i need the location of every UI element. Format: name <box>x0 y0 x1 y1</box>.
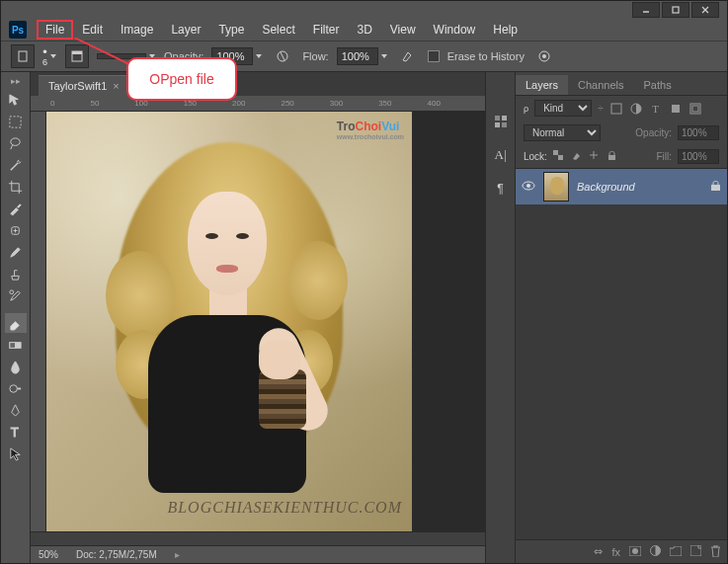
zoom-level[interactable]: 50% <box>39 549 58 560</box>
tab-paths[interactable]: Paths <box>634 75 682 95</box>
titlebar <box>1 1 727 19</box>
blur-tool[interactable] <box>5 357 27 376</box>
filter-pixel-icon[interactable] <box>609 102 623 116</box>
menu-window[interactable]: Window <box>425 20 485 40</box>
photoshop-window: Ps File Edit Image Layer Type Select Fil… <box>0 0 728 564</box>
crop-tool[interactable] <box>5 177 27 197</box>
flow-input[interactable]: 100% <box>337 47 388 65</box>
svg-rect-1 <box>673 7 679 13</box>
healing-brush-tool[interactable] <box>5 220 27 240</box>
svg-rect-27 <box>553 150 558 155</box>
filter-type-icon[interactable]: T <box>649 102 663 116</box>
paragraph-panel-icon[interactable]: ¶ <box>490 179 512 199</box>
canvas-viewport[interactable]: TroChoiVui www.trochoivui.com BLOGCHIASE… <box>46 112 485 531</box>
svg-rect-22 <box>611 104 621 114</box>
filter-smart-icon[interactable] <box>688 102 702 116</box>
group-layers-icon[interactable] <box>670 546 682 558</box>
canvas-image: TroChoiVui www.trochoivui.com BLOGCHIASE… <box>46 112 412 531</box>
link-layers-icon[interactable]: ⇔ <box>594 545 603 558</box>
svg-rect-29 <box>608 155 615 160</box>
menu-filter[interactable]: Filter <box>304 20 349 40</box>
layer-thumbnail <box>543 172 569 201</box>
svg-text:T: T <box>11 425 19 440</box>
eraser-tool[interactable] <box>5 313 27 333</box>
pressure-opacity-icon[interactable] <box>271 44 294 68</box>
move-tool[interactable] <box>5 90 27 110</box>
image-watermark: BLOGCHIASEKIENTHUC.COM <box>167 499 402 517</box>
document-info[interactable]: Doc: 2,75M/2,75M <box>76 549 157 560</box>
dodge-tool[interactable] <box>5 378 27 398</box>
filter-shape-icon[interactable] <box>669 102 683 116</box>
svg-rect-10 <box>10 116 21 126</box>
svg-rect-21 <box>502 122 507 127</box>
menu-3d[interactable]: 3D <box>348 20 380 40</box>
delete-layer-icon[interactable] <box>710 545 721 559</box>
close-tab-icon[interactable]: × <box>113 80 119 92</box>
layer-name: Background <box>577 181 635 193</box>
layer-kind-filter[interactable]: Kind <box>534 100 592 117</box>
document-tab[interactable]: TaylorSwift1 × <box>39 75 129 96</box>
tab-layers[interactable]: Layers <box>516 75 568 95</box>
svg-rect-15 <box>10 342 16 348</box>
blend-mode-select[interactable]: Normal <box>524 124 601 141</box>
airbrush-icon[interactable] <box>396 44 420 68</box>
brush-tool[interactable] <box>5 242 27 262</box>
svg-point-9 <box>542 54 546 58</box>
layer-row[interactable]: Background <box>516 169 727 204</box>
document-tab-title: TaylorSwift1 <box>48 80 107 92</box>
svg-rect-4 <box>19 51 27 61</box>
menu-layer[interactable]: Layer <box>162 20 209 40</box>
lock-position-icon[interactable] <box>589 150 602 163</box>
svg-rect-19 <box>502 116 507 121</box>
type-tool[interactable]: T <box>5 422 27 442</box>
lock-transparency-icon[interactable] <box>553 150 566 163</box>
svg-point-31 <box>526 184 530 188</box>
layer-opacity-label: Opacity: <box>635 127 672 138</box>
toolbox-expand-icon[interactable]: ▸▸ <box>11 76 21 86</box>
marquee-tool[interactable] <box>5 112 27 131</box>
layer-opacity-input[interactable] <box>678 125 719 140</box>
pen-tool[interactable] <box>5 400 27 420</box>
adjustment-layer-icon[interactable] <box>650 545 661 558</box>
document-tab-row: TaylorSwift1 × <box>31 72 485 96</box>
layer-style-icon[interactable]: fx <box>611 546 620 558</box>
pressure-size-icon[interactable] <box>532 44 556 68</box>
history-brush-tool[interactable] <box>5 285 27 305</box>
gradient-tool[interactable] <box>5 335 27 355</box>
lock-all-icon[interactable] <box>607 150 619 163</box>
panel-tabs: Layers Channels Paths <box>516 72 727 96</box>
menu-file[interactable]: File <box>37 20 73 40</box>
menu-type[interactable]: Type <box>209 20 253 40</box>
menu-edit[interactable]: Edit <box>73 20 112 40</box>
menu-view[interactable]: View <box>381 20 425 40</box>
maximize-button[interactable] <box>662 2 689 18</box>
layer-mask-icon[interactable] <box>629 546 641 558</box>
horizontal-scrollbar[interactable] <box>31 531 485 545</box>
close-button[interactable] <box>691 2 719 18</box>
lock-pixels-icon[interactable] <box>571 150 584 163</box>
filter-adjustment-icon[interactable] <box>629 102 643 116</box>
fill-input[interactable] <box>678 149 719 164</box>
document-area: TaylorSwift1 × 050100150200250300350400 <box>31 72 485 563</box>
new-layer-icon[interactable] <box>690 545 701 558</box>
minimize-button[interactable] <box>632 2 660 18</box>
path-selection-tool[interactable] <box>5 443 27 463</box>
visibility-toggle-icon[interactable] <box>522 181 535 193</box>
menu-select[interactable]: Select <box>253 20 303 40</box>
tool-preset-icon[interactable] <box>11 44 35 68</box>
swatches-panel-icon[interactable] <box>490 112 512 131</box>
eyedropper-tool[interactable] <box>5 199 27 218</box>
menu-image[interactable]: Image <box>112 20 162 40</box>
erase-history-label: Erase to History <box>447 50 525 62</box>
magic-wand-tool[interactable] <box>5 155 27 175</box>
menu-help[interactable]: Help <box>484 20 526 40</box>
tab-channels[interactable]: Channels <box>568 75 633 95</box>
brush-preset-picker[interactable]: •6 <box>42 45 57 67</box>
character-panel-icon[interactable]: A| <box>490 145 512 165</box>
erase-history-checkbox[interactable] <box>428 50 440 62</box>
svg-point-16 <box>10 384 18 392</box>
collapsed-panel-strip: A| ¶ <box>485 72 515 563</box>
lasso-tool[interactable] <box>5 133 27 153</box>
svg-point-13 <box>10 289 14 293</box>
clone-stamp-tool[interactable] <box>5 264 27 283</box>
